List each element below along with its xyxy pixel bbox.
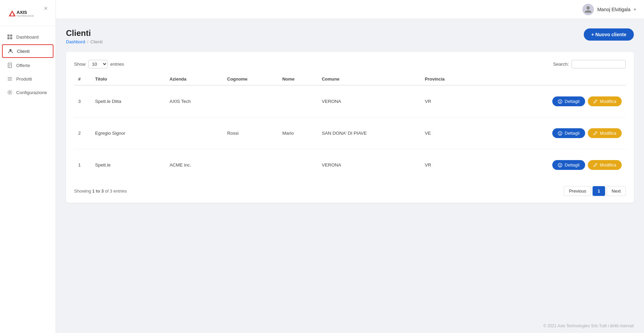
show-label: Show [74, 62, 86, 67]
col-nome: Nome [278, 73, 318, 85]
main-area: × Manoj Elvitigala ▾ Clienti Dashbord / … [56, 0, 644, 333]
entries-select[interactable]: 10 25 50 100 [88, 60, 108, 68]
modifica-button[interactable]: Modifica [588, 96, 622, 106]
cell-provincia: VR [421, 85, 475, 117]
cell-nome: Mario [278, 117, 318, 149]
search-label: Search: [553, 62, 569, 67]
table-card: Show 10 25 50 100 entries Search: [66, 52, 634, 203]
svg-point-16 [9, 92, 11, 93]
sidebar-item-clienti[interactable]: Clienti [2, 44, 53, 58]
cell-titolo: Spett.le Ditta [91, 85, 165, 117]
table-body: 3 Spett.le Ditta AXIS Tech VERONA VR Det… [74, 85, 626, 181]
avatar [582, 4, 594, 15]
col-actions [475, 73, 626, 85]
next-button[interactable]: Next [606, 186, 626, 196]
cell-titolo: Spett.le [91, 149, 165, 181]
chevron-down-icon: ▾ [634, 7, 636, 12]
user-name: Manoj Elvitigala [597, 7, 630, 12]
cell-actions: Dettagli Modifica [475, 149, 626, 181]
sidebar-item-label: Configurazione [16, 90, 47, 95]
svg-point-22 [560, 132, 560, 133]
cell-comune: VERONA [318, 85, 421, 117]
entries-label: entries [110, 62, 124, 67]
user-icon [7, 48, 14, 54]
content-area: Clienti Dashbord / Clienti + Nuovo clien… [56, 19, 644, 319]
col-azienda: Azienda [165, 73, 223, 85]
cell-titolo: Egregio Signor [91, 117, 165, 149]
sidebar-item-configurazione[interactable]: Configurazione [0, 86, 55, 99]
footer: © 2021 Axis Technologies Srls Tutti i di… [56, 319, 644, 333]
footer-text: © 2021 Axis Technologies Srls Tutti i di… [543, 324, 634, 328]
cell-id: 2 [74, 117, 91, 149]
svg-text:AXIS: AXIS [17, 10, 27, 15]
cell-comune: SAN DONA' DI PIAVE [318, 117, 421, 149]
dettagli-button[interactable]: Dettagli [552, 96, 585, 106]
cell-id: 1 [74, 149, 91, 181]
col-cognome: Cognome [223, 73, 278, 85]
breadcrumb-current: Clienti [90, 39, 103, 44]
dettagli-button[interactable]: Dettagli [552, 160, 585, 170]
col-provincia: Provincia [421, 73, 475, 85]
sidebar-item-dashboard[interactable]: Dashboard [0, 30, 55, 44]
col-comune: Comune [318, 73, 421, 85]
new-cliente-button[interactable]: + Nuovo cliente [584, 28, 634, 41]
cell-cognome: Rossi [223, 117, 278, 149]
cell-nome [278, 149, 318, 181]
page-title-area: Clienti Dashbord / Clienti [66, 28, 103, 44]
cell-comune: VERONA [318, 149, 421, 181]
showing-range: 1 to 3 [92, 188, 104, 194]
cell-nome [278, 85, 318, 117]
previous-button[interactable]: Previous [564, 186, 591, 196]
dettagli-button[interactable]: Dettagli [552, 128, 585, 138]
svg-rect-6 [7, 37, 9, 39]
svg-text:TECHNOLOGIES: TECHNOLOGIES [17, 15, 34, 17]
topbar: × Manoj Elvitigala ▾ [56, 0, 644, 19]
sidebar: AXIS TECHNOLOGIES Dashboard [0, 0, 56, 333]
breadcrumb-separator: / [87, 39, 88, 44]
sidebar-item-offerte[interactable]: Offerte [0, 59, 55, 72]
col-id: # [74, 73, 91, 85]
table-header: # Titolo Azienda Cognome Nome Comune Pro… [74, 73, 626, 85]
cell-provincia: VE [421, 117, 475, 149]
modifica-button[interactable]: Modifica [588, 128, 622, 138]
cell-actions: Dettagli Modifica [475, 85, 626, 117]
svg-rect-5 [10, 35, 12, 37]
sidebar-item-label: Dashboard [16, 35, 39, 40]
sidebar-item-label: Offerte [16, 63, 30, 68]
cell-azienda: AXIS Tech [165, 85, 223, 117]
sidebar-nav: Dashboard Clienti Offerte [0, 26, 55, 333]
search-input[interactable] [572, 60, 626, 68]
page-1-button[interactable]: 1 [593, 186, 605, 196]
svg-point-8 [9, 49, 12, 51]
cell-cognome [223, 149, 278, 181]
table-row: 2 Egregio Signor Rossi Mario SAN DONA' D… [74, 117, 626, 149]
clienti-table: # Titolo Azienda Cognome Nome Comune Pro… [74, 73, 626, 181]
cell-azienda: ACME inc. [165, 149, 223, 181]
pagination: Previous 1 Next [564, 186, 626, 196]
cell-cognome [223, 85, 278, 117]
file-icon [7, 62, 13, 68]
svg-point-19 [560, 100, 560, 101]
table-row: 3 Spett.le Ditta AXIS Tech VERONA VR Det… [74, 85, 626, 117]
search-area: Search: [553, 60, 626, 68]
cell-id: 3 [74, 85, 91, 117]
sidebar-item-label: Clienti [17, 49, 30, 54]
cell-actions: Dettagli Modifica [475, 117, 626, 149]
breadcrumb: Dashbord / Clienti [66, 39, 103, 44]
list-icon [7, 76, 13, 82]
svg-rect-7 [10, 37, 12, 39]
cell-provincia: VR [421, 149, 475, 181]
user-menu[interactable]: Manoj Elvitigala ▾ [582, 4, 636, 15]
page-header: Clienti Dashbord / Clienti + Nuovo clien… [66, 28, 634, 44]
table-footer: Showing 1 to 3 of 3 entries Previous 1 N… [74, 186, 626, 196]
modifica-button[interactable]: Modifica [588, 160, 622, 170]
logo-area: AXIS TECHNOLOGIES [0, 0, 55, 26]
breadcrumb-home[interactable]: Dashbord [66, 39, 85, 44]
cell-azienda [165, 117, 223, 149]
dashboard-icon [7, 34, 13, 40]
sidebar-item-prodotti[interactable]: Prodotti [0, 72, 55, 86]
table-controls: Show 10 25 50 100 entries Search: [74, 60, 626, 68]
sidebar-item-label: Prodotti [16, 76, 32, 82]
show-entries-control: Show 10 25 50 100 entries [74, 60, 124, 68]
axis-logo: AXIS TECHNOLOGIES [7, 6, 34, 20]
